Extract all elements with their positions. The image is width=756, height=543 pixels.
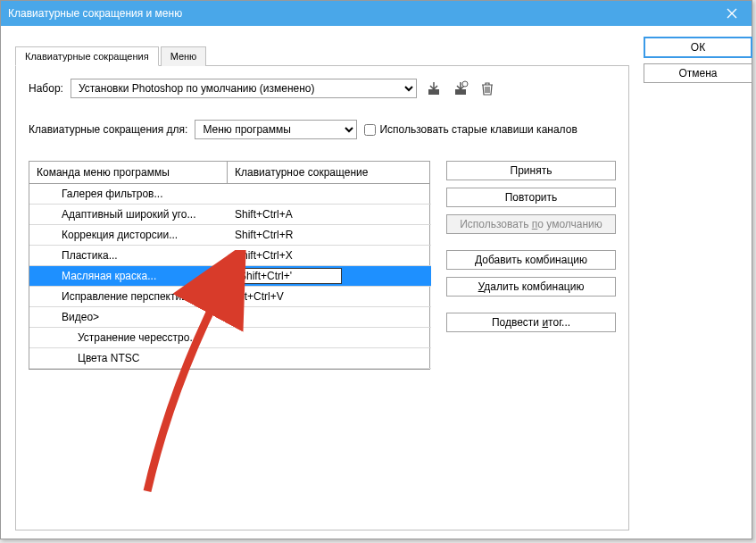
side-buttons: ОК Отмена [644,37,752,530]
remove-combo-button[interactable]: Удалить комбинацию [446,277,616,297]
table-row[interactable]: Масляная краска... [29,266,431,287]
col-command: Команда меню программы [29,162,228,183]
content-area: Клавиатурные сокращения Меню Набор: Уста… [1,26,752,543]
panel-body: Набор: Установки Photoshop по умолчанию … [15,66,629,530]
window-title: Клавиатурные сокращения и меню [8,7,182,20]
for-select[interactable]: Меню программы [195,120,357,139]
set-select[interactable]: Установки Photoshop по умолчанию (измене… [71,79,417,98]
save-set-icon[interactable] [424,79,444,98]
table-row[interactable]: Галерея фильтров... [29,184,431,205]
tab-shortcuts[interactable]: Клавиатурные сокращения [15,46,159,66]
command-cell: Видео> [29,311,228,323]
use-default-label: Использовать по умолчанию [460,218,602,230]
col-shortcut: Клавиатурное сокращение [228,162,429,183]
shortcut-input[interactable] [235,268,342,284]
close-icon[interactable] [719,1,744,26]
table-row[interactable]: Пластика...Shift+Ctrl+X [29,246,431,266]
table-row[interactable]: Видео> [29,307,431,328]
command-cell: Цвета NTSC [29,352,228,364]
shortcut-cell [228,268,431,284]
table-row[interactable]: Адаптивный широкий уго...Shift+Ctrl+A [29,205,431,225]
table-body[interactable]: Галерея фильтров...Адаптивный широкий уг… [29,184,431,369]
trash-icon[interactable] [478,79,497,98]
main-panel: Клавиатурные сокращения Меню Набор: Уста… [15,37,629,530]
command-cell: Исправление перспектив... [29,290,228,303]
cancel-button[interactable]: Отмена [644,63,752,83]
titlebar: Клавиатурные сокращения и меню [1,1,752,26]
action-buttons: Принять Повторить Использовать по умолча… [446,161,616,339]
remove-rest: далить комбинацию [484,280,584,293]
tab-menus[interactable]: Меню [161,46,207,66]
command-cell: Масляная краска... [29,270,228,282]
dialog-window: Клавиатурные сокращения и меню Клавиатур… [0,0,752,539]
ok-button[interactable]: ОК [644,37,752,58]
legacy-channels-input[interactable] [364,124,376,136]
new-set-icon[interactable] [451,79,470,98]
repeat-button[interactable]: Повторить [446,188,616,207]
shortcut-cell: Alt+Ctrl+V [228,290,431,303]
set-row: Набор: Установки Photoshop по умолчанию … [29,79,616,98]
command-cell: Адаптивный широкий уго... [29,208,228,221]
table-and-actions: Команда меню программы Клавиатурное сокр… [29,161,616,370]
table-header: Команда меню программы Клавиатурное сокр… [29,162,429,184]
shortcut-cell: Shift+Ctrl+X [228,249,431,262]
shortcut-table: Команда меню программы Клавиатурное сокр… [29,161,430,370]
tab-bar: Клавиатурные сокращения Меню [15,46,629,66]
table-row[interactable]: Цвета NTSC [29,348,431,369]
summarize-button[interactable]: Подвести итог... [446,313,616,332]
command-cell: Устранение чересстро... [29,331,228,344]
table-row[interactable]: Устранение чересстро... [29,328,431,348]
shortcut-cell: Shift+Ctrl+A [228,208,431,221]
accept-button[interactable]: Принять [446,161,616,180]
use-default-button: Использовать по умолчанию [446,214,616,234]
command-cell: Пластика... [29,249,228,262]
table-row[interactable]: Исправление перспектив...Alt+Ctrl+V [29,287,431,307]
shortcut-cell: Shift+Ctrl+R [228,229,431,241]
set-label: Набор: [29,82,63,95]
command-cell: Галерея фильтров... [29,188,228,200]
svg-point-2 [462,81,468,87]
for-label: Клавиатурные сокращения для: [29,123,187,136]
command-cell: Коррекция дисторсии... [29,229,228,241]
legacy-channels-label: Использовать старые клавиши каналов [379,123,577,136]
legacy-channels-checkbox[interactable]: Использовать старые клавиши каналов [364,123,577,136]
add-combo-button[interactable]: Добавить комбинацию [446,250,616,270]
for-row: Клавиатурные сокращения для: Меню програ… [29,120,616,139]
table-row[interactable]: Коррекция дисторсии...Shift+Ctrl+R [29,225,431,246]
add-rest: обавить комбинацию [482,254,587,266]
